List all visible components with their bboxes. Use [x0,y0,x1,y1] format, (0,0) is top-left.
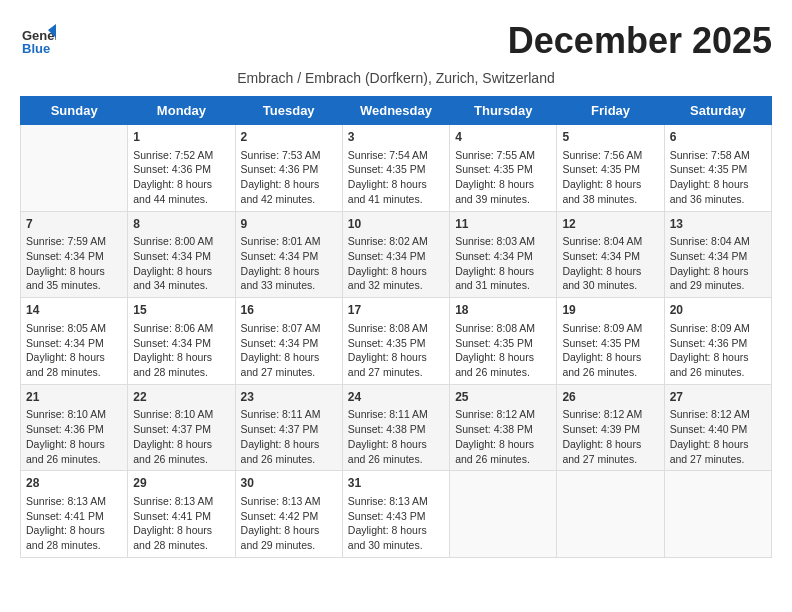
day-number: 28 [26,475,122,492]
day-number: 13 [670,216,766,233]
calendar-cell: 11Sunrise: 8:03 AMSunset: 4:34 PMDayligh… [450,211,557,298]
sunset-text: Sunset: 4:34 PM [26,249,122,264]
sunrise-text: Sunrise: 8:08 AM [455,321,551,336]
calendar-cell: 9Sunrise: 8:01 AMSunset: 4:34 PMDaylight… [235,211,342,298]
calendar-cell: 13Sunrise: 8:04 AMSunset: 4:34 PMDayligh… [664,211,771,298]
daylight-text: Daylight: 8 hours and 26 minutes. [670,350,766,379]
daylight-text: Daylight: 8 hours and 38 minutes. [562,177,658,206]
calendar-cell: 2Sunrise: 7:53 AMSunset: 4:36 PMDaylight… [235,125,342,212]
day-header-saturday: Saturday [664,97,771,125]
sunrise-text: Sunrise: 8:00 AM [133,234,229,249]
calendar-header-row: SundayMondayTuesdayWednesdayThursdayFrid… [21,97,772,125]
sunset-text: Sunset: 4:34 PM [348,249,444,264]
calendar-cell: 24Sunrise: 8:11 AMSunset: 4:38 PMDayligh… [342,384,449,471]
sunset-text: Sunset: 4:34 PM [455,249,551,264]
daylight-text: Daylight: 8 hours and 26 minutes. [348,437,444,466]
calendar-week-row: 7Sunrise: 7:59 AMSunset: 4:34 PMDaylight… [21,211,772,298]
day-number: 22 [133,389,229,406]
day-number: 3 [348,129,444,146]
calendar-cell: 8Sunrise: 8:00 AMSunset: 4:34 PMDaylight… [128,211,235,298]
calendar-cell: 26Sunrise: 8:12 AMSunset: 4:39 PMDayligh… [557,384,664,471]
day-number: 10 [348,216,444,233]
sunset-text: Sunset: 4:41 PM [133,509,229,524]
sunset-text: Sunset: 4:43 PM [348,509,444,524]
calendar-week-row: 1Sunrise: 7:52 AMSunset: 4:36 PMDaylight… [21,125,772,212]
calendar-cell: 16Sunrise: 8:07 AMSunset: 4:34 PMDayligh… [235,298,342,385]
day-number: 31 [348,475,444,492]
daylight-text: Daylight: 8 hours and 26 minutes. [241,437,337,466]
daylight-text: Daylight: 8 hours and 29 minutes. [241,523,337,552]
calendar-cell: 14Sunrise: 8:05 AMSunset: 4:34 PMDayligh… [21,298,128,385]
daylight-text: Daylight: 8 hours and 28 minutes. [26,523,122,552]
daylight-text: Daylight: 8 hours and 31 minutes. [455,264,551,293]
sunset-text: Sunset: 4:34 PM [133,336,229,351]
sunrise-text: Sunrise: 8:07 AM [241,321,337,336]
sunset-text: Sunset: 4:36 PM [133,162,229,177]
calendar-cell: 19Sunrise: 8:09 AMSunset: 4:35 PMDayligh… [557,298,664,385]
calendar-week-row: 14Sunrise: 8:05 AMSunset: 4:34 PMDayligh… [21,298,772,385]
calendar-cell [557,471,664,558]
day-header-sunday: Sunday [21,97,128,125]
logo-icon: General Blue [20,20,56,56]
daylight-text: Daylight: 8 hours and 39 minutes. [455,177,551,206]
sunrise-text: Sunrise: 8:13 AM [241,494,337,509]
sunrise-text: Sunrise: 8:12 AM [670,407,766,422]
day-number: 30 [241,475,337,492]
daylight-text: Daylight: 8 hours and 29 minutes. [670,264,766,293]
sunset-text: Sunset: 4:34 PM [241,249,337,264]
day-number: 29 [133,475,229,492]
sunset-text: Sunset: 4:34 PM [562,249,658,264]
daylight-text: Daylight: 8 hours and 41 minutes. [348,177,444,206]
calendar-cell: 18Sunrise: 8:08 AMSunset: 4:35 PMDayligh… [450,298,557,385]
sunset-text: Sunset: 4:37 PM [133,422,229,437]
calendar-cell [450,471,557,558]
day-header-thursday: Thursday [450,97,557,125]
sunset-text: Sunset: 4:35 PM [455,336,551,351]
sunrise-text: Sunrise: 8:12 AM [562,407,658,422]
sunrise-text: Sunrise: 7:54 AM [348,148,444,163]
sunset-text: Sunset: 4:35 PM [562,162,658,177]
daylight-text: Daylight: 8 hours and 27 minutes. [241,350,337,379]
sunset-text: Sunset: 4:35 PM [348,162,444,177]
sunset-text: Sunset: 4:34 PM [133,249,229,264]
calendar-week-row: 28Sunrise: 8:13 AMSunset: 4:41 PMDayligh… [21,471,772,558]
calendar-subtitle: Embrach / Embrach (Dorfkern), Zurich, Sw… [20,70,772,86]
sunset-text: Sunset: 4:34 PM [241,336,337,351]
sunrise-text: Sunrise: 8:11 AM [241,407,337,422]
sunrise-text: Sunrise: 8:04 AM [670,234,766,249]
day-number: 15 [133,302,229,319]
day-number: 23 [241,389,337,406]
calendar-cell: 27Sunrise: 8:12 AMSunset: 4:40 PMDayligh… [664,384,771,471]
sunrise-text: Sunrise: 8:02 AM [348,234,444,249]
calendar-week-row: 21Sunrise: 8:10 AMSunset: 4:36 PMDayligh… [21,384,772,471]
calendar-cell: 29Sunrise: 8:13 AMSunset: 4:41 PMDayligh… [128,471,235,558]
calendar-cell: 31Sunrise: 8:13 AMSunset: 4:43 PMDayligh… [342,471,449,558]
day-header-tuesday: Tuesday [235,97,342,125]
daylight-text: Daylight: 8 hours and 30 minutes. [562,264,658,293]
calendar-cell: 21Sunrise: 8:10 AMSunset: 4:36 PMDayligh… [21,384,128,471]
day-number: 24 [348,389,444,406]
calendar-cell: 25Sunrise: 8:12 AMSunset: 4:38 PMDayligh… [450,384,557,471]
calendar-cell [664,471,771,558]
calendar-table: SundayMondayTuesdayWednesdayThursdayFrid… [20,96,772,558]
daylight-text: Daylight: 8 hours and 28 minutes. [26,350,122,379]
calendar-cell: 1Sunrise: 7:52 AMSunset: 4:36 PMDaylight… [128,125,235,212]
daylight-text: Daylight: 8 hours and 27 minutes. [562,437,658,466]
sunrise-text: Sunrise: 8:10 AM [133,407,229,422]
day-number: 11 [455,216,551,233]
sunset-text: Sunset: 4:36 PM [26,422,122,437]
sunset-text: Sunset: 4:35 PM [562,336,658,351]
day-number: 17 [348,302,444,319]
daylight-text: Daylight: 8 hours and 28 minutes. [133,350,229,379]
calendar-cell: 5Sunrise: 7:56 AMSunset: 4:35 PMDaylight… [557,125,664,212]
daylight-text: Daylight: 8 hours and 44 minutes. [133,177,229,206]
calendar-cell: 10Sunrise: 8:02 AMSunset: 4:34 PMDayligh… [342,211,449,298]
day-number: 1 [133,129,229,146]
sunrise-text: Sunrise: 8:01 AM [241,234,337,249]
calendar-cell: 4Sunrise: 7:55 AMSunset: 4:35 PMDaylight… [450,125,557,212]
daylight-text: Daylight: 8 hours and 27 minutes. [348,350,444,379]
day-number: 19 [562,302,658,319]
calendar-cell: 7Sunrise: 7:59 AMSunset: 4:34 PMDaylight… [21,211,128,298]
day-number: 7 [26,216,122,233]
day-number: 2 [241,129,337,146]
